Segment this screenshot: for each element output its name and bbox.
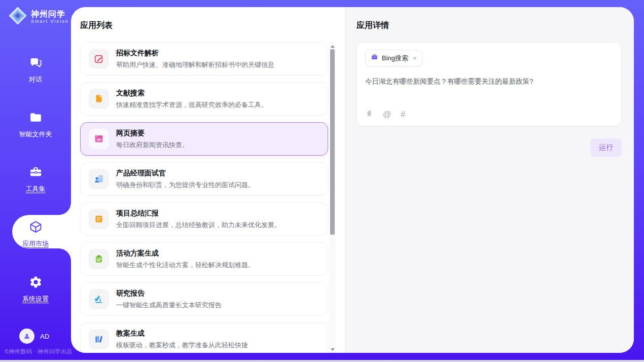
main-content-card: 应用列表 招标文件解析 帮助用户快速、准确地理解和解析招标书中的关键信息	[71, 7, 634, 353]
sidebar-item-toolset[interactable]: 工具集	[0, 165, 71, 194]
list-item-lesson-plan[interactable]: 教案生成 模板驱动，教案秒成，教学准备从此轻松快捷	[80, 322, 328, 353]
sidebar-item-label: 应用市场	[22, 239, 49, 248]
book-icon	[89, 89, 109, 109]
app-description: 智能生成个性化活动方案，轻松解决规划难题。	[116, 261, 255, 270]
gear-icon	[29, 275, 43, 291]
list-scrollbar[interactable]	[329, 42, 336, 353]
list-item-pm-interviewer[interactable]: 产品经理面试官 明确身份和职责，为您提供专业性的面试问题。	[80, 162, 328, 196]
cube-icon	[29, 220, 43, 236]
app-name: 教案生成	[116, 329, 248, 338]
tool-chip-bing-search[interactable]: Bing搜索 ×	[365, 50, 422, 66]
app-description: 模板驱动，教案秒成，教学准备从此轻松快捷	[116, 341, 248, 350]
app-description: 一键智能生成高质量长文本研究报告	[116, 301, 222, 310]
app-description: 每日政府新闻资讯快查。	[116, 140, 189, 150]
app-description: 全面回顾项目进展，总结经验教训，助力未来优化发展。	[116, 221, 281, 230]
prompt-input[interactable]: 今日湖北有哪些新闻要点？有哪些需要关注的最新政策?	[365, 77, 613, 87]
books-icon	[89, 329, 109, 349]
scrollbar-thumb[interactable]	[330, 49, 335, 235]
close-icon[interactable]: ×	[413, 55, 417, 61]
app-description: 帮助用户快速、准确地理解和解析招标书中的关键信息	[116, 60, 274, 69]
list-item-research-report[interactable]: 研究报告 一键智能生成高质量长文本研究报告	[80, 282, 328, 316]
diamond-gem-icon	[8, 6, 27, 27]
user-initials: AD	[40, 333, 49, 340]
app-name: 研究报告	[116, 289, 222, 298]
app-description: 明确身份和职责，为您提供专业性的面试问题。	[116, 180, 255, 190]
mention-icon[interactable]: @	[383, 111, 391, 119]
prompt-toolbar: @ #	[365, 110, 405, 120]
app-detail-title: 应用详情	[356, 20, 622, 31]
app-list-panel: 应用列表 招标文件解析 帮助用户快速、准确地理解和解析招标书中的关键信息	[71, 7, 345, 353]
interviewer-icon	[89, 169, 109, 189]
app-description: 快速精准查找学术资源，提高研究效率的必备工具。	[116, 100, 268, 110]
sidebar-item-label: 智能文件夹	[19, 130, 52, 139]
app-list-title: 应用列表	[80, 20, 336, 31]
briefcase-icon	[371, 53, 378, 63]
list-item-literature-search[interactable]: 文献搜索 快速精准查找学术资源，提高研究效率的必备工具。	[80, 82, 328, 116]
sidebar-item-settings[interactable]: 系统设置	[0, 275, 71, 304]
edit-square-icon	[89, 49, 109, 69]
sidebar-item-app-market[interactable]: 应用市场	[0, 220, 71, 248]
sidebar-item-smart-folder[interactable]: 智能文件夹	[0, 111, 71, 139]
browser-code-icon	[89, 129, 109, 149]
tool-chip-label: Bing搜索	[382, 54, 408, 63]
app-name: 招标文件解析	[116, 49, 274, 58]
sidebar: 神州问学 Smart Vision 对话 智能文件夹	[0, 0, 71, 362]
prompt-card: Bing搜索 × 今日湖北有哪些新闻要点？有哪些需要关注的最新政策? @ #	[356, 42, 622, 126]
hash-icon[interactable]: #	[401, 111, 405, 119]
paperclip-icon[interactable]	[365, 110, 373, 120]
note-icon	[89, 209, 109, 229]
sidebar-item-label: 对话	[29, 75, 42, 84]
app-name: 活动方案生成	[116, 249, 255, 258]
brand-name: 神州问学	[31, 10, 69, 19]
clipboard-check-icon	[89, 249, 109, 269]
scroll-down-arrow[interactable]	[329, 346, 336, 352]
list-item-bid-analysis[interactable]: 招标文件解析 帮助用户快速、准确地理解和解析招标书中的关键信息	[80, 42, 328, 76]
sidebar-item-chat[interactable]: 对话	[0, 56, 71, 84]
run-button[interactable]: 运行	[590, 138, 622, 157]
app-name: 网页摘要	[116, 129, 189, 138]
user-account[interactable]: AD	[19, 329, 49, 344]
scroll-up-arrow[interactable]	[329, 43, 336, 49]
brand-subtitle: Smart Vision	[31, 19, 69, 24]
microscope-icon	[89, 289, 109, 309]
folder-icon	[29, 111, 43, 126]
toolbox-icon	[29, 165, 43, 181]
list-item-event-plan[interactable]: 活动方案生成 智能生成个性化活动方案，轻松解决规划难题。	[80, 242, 328, 276]
app-detail-panel: 应用详情 Bing搜索 × 今日湖北有哪些新闻要点？有哪些需要关注的最新政策?	[345, 7, 634, 353]
list-item-web-summary[interactable]: 网页摘要 每日政府新闻资讯快查。	[80, 122, 328, 156]
brand-logo: 神州问学 Smart Vision	[8, 6, 69, 27]
avatar	[19, 329, 34, 344]
run-row: 运行	[356, 138, 622, 157]
app-list: 招标文件解析 帮助用户快速、准确地理解和解析招标书中的关键信息 文献搜索 快速精…	[80, 42, 336, 353]
sidebar-item-label: 工具集	[26, 185, 46, 194]
list-item-project-summary[interactable]: 项目总结汇报 全面回顾项目进展，总结经验教训，助力未来优化发展。	[80, 202, 328, 236]
app-name: 产品经理面试官	[116, 169, 255, 178]
chat-icon	[29, 56, 43, 71]
page-bottom-strip	[0, 360, 644, 362]
app-name: 项目总结汇报	[116, 209, 281, 218]
app-name: 文献搜索	[116, 89, 268, 98]
sidebar-item-label: 系统设置	[22, 295, 49, 304]
copyright-footer: ©神州数码 · 神州问学出品	[5, 348, 72, 355]
